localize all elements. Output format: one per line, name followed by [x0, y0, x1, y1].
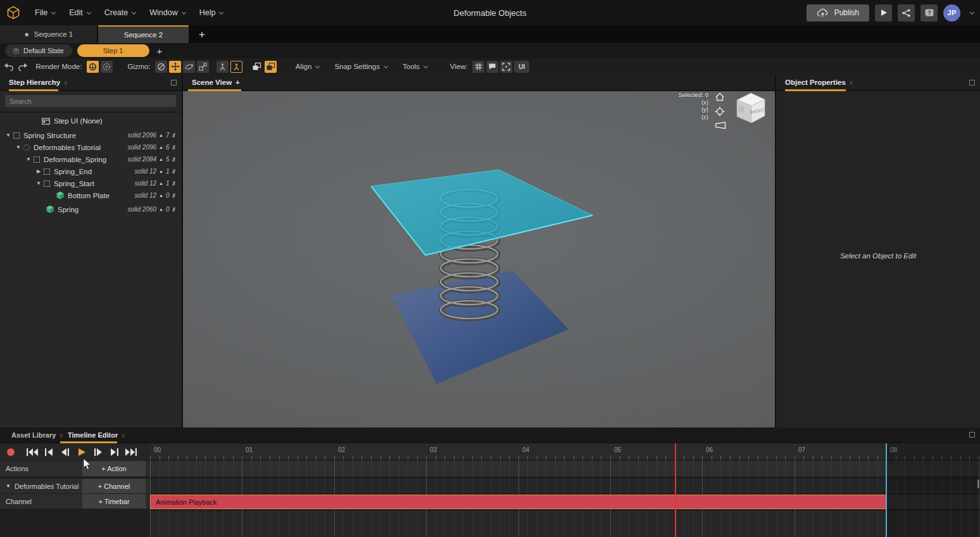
- orbit-target-icon[interactable]: [715, 106, 725, 117]
- close-icon[interactable]: x: [60, 432, 63, 439]
- menu-help[interactable]: Help: [192, 0, 230, 25]
- step-ui-root-item[interactable]: Step UI (None): [42, 115, 103, 127]
- record-button[interactable]: [3, 445, 19, 460]
- tree-row[interactable]: ▼ Deformable_Spring solid 2084▲5Ⅱ: [0, 153, 182, 165]
- align-dropdown[interactable]: Align: [296, 63, 320, 70]
- tree-row[interactable]: ▼ Spring Structure solid 2096▲7Ⅱ: [0, 129, 182, 141]
- scene-view-panel: Scene View +: [183, 75, 775, 427]
- popout-icon[interactable]: [171, 80, 177, 85]
- view-focus-button[interactable]: [500, 61, 512, 73]
- tab-object-properties[interactable]: Object Properties x: [785, 75, 853, 90]
- view-comments-button[interactable]: [486, 61, 498, 73]
- loop-marker-red[interactable]: [675, 443, 676, 537]
- popout-icon[interactable]: [969, 80, 975, 85]
- step-forward-button[interactable]: [90, 445, 106, 460]
- group-row[interactable]: ▼ Deformables Tutorial + Channel: [0, 479, 150, 493]
- solid-sphere-icon: [89, 63, 97, 71]
- popout-icon[interactable]: [969, 432, 975, 438]
- animation-playback-clip[interactable]: Animation Playback: [150, 495, 886, 509]
- home-icon[interactable]: [715, 92, 725, 101]
- pivot-local-icon: [232, 63, 241, 71]
- tab-step-hierarchy[interactable]: Step Hierarchy x: [9, 75, 67, 90]
- account-chevron-icon[interactable]: [970, 9, 974, 14]
- vertical-scrollbar[interactable]: [977, 479, 979, 488]
- tools-dropdown[interactable]: Tools: [403, 63, 427, 70]
- tab-timeline-editor[interactable]: Timeline Editor x: [68, 427, 125, 443]
- skip-to-start-button[interactable]: [24, 445, 41, 460]
- add-channel-button[interactable]: + Channel: [82, 479, 146, 493]
- redo-button[interactable]: [16, 61, 28, 73]
- ruler-label: 01: [246, 446, 253, 453]
- add-scene-view-button[interactable]: +: [236, 79, 240, 86]
- step-1-button[interactable]: Step 1: [77, 44, 149, 57]
- play-button[interactable]: [73, 445, 90, 460]
- add-timebar-button[interactable]: + Timebar: [82, 494, 146, 509]
- gizmo-rotate-button[interactable]: [183, 61, 195, 73]
- expand-arrow-icon[interactable]: ▶: [35, 168, 42, 174]
- view-cube[interactable]: RIGHT ⋯: [731, 90, 770, 127]
- next-keyframe-button[interactable]: [106, 445, 123, 460]
- previous-keyframe-button[interactable]: [41, 445, 57, 460]
- tab-asset-library[interactable]: Asset Library x: [11, 427, 63, 443]
- chevron-down-icon: [219, 9, 223, 14]
- menu-create[interactable]: Create: [97, 0, 143, 25]
- skip-to-end-button[interactable]: [123, 445, 139, 460]
- gizmo-scale-button[interactable]: [197, 61, 209, 73]
- tab-sequence-1[interactable]: ★ Sequence 1: [0, 25, 97, 43]
- 3d-viewport[interactable]: [183, 91, 775, 427]
- share-button[interactable]: [898, 4, 915, 22]
- render-mode-label: Render Mode:: [36, 63, 82, 70]
- object-properties-header: Object Properties x: [776, 75, 980, 91]
- tab-scene-view[interactable]: Scene View +: [192, 75, 240, 90]
- collapse-arrow-icon[interactable]: ▼: [6, 483, 11, 489]
- duplicate-linked-button[interactable]: [265, 61, 277, 73]
- sequence-tab-bar: ★ Sequence 1 Sequence 2 +: [0, 25, 980, 43]
- ruler-label: 00: [154, 446, 161, 453]
- tab-sequence-2[interactable]: Sequence 2: [98, 25, 189, 43]
- triangle-icon: ▲: [159, 145, 163, 149]
- gizmo-move-button[interactable]: [169, 61, 181, 73]
- step-back-button[interactable]: [57, 445, 73, 460]
- scene-view-header: Scene View +: [183, 75, 775, 91]
- avatar[interactable]: JP: [943, 4, 960, 22]
- view-grid-button[interactable]: [472, 61, 484, 73]
- expand-arrow-icon[interactable]: ▼: [15, 144, 22, 150]
- snap-settings-dropdown[interactable]: Snap Settings: [334, 63, 387, 70]
- pivot-center-button[interactable]: [217, 61, 229, 73]
- tree-row[interactable]: Bottom Plate solid 12▲0Ⅱ: [0, 189, 182, 201]
- play-preview-button[interactable]: [875, 4, 892, 22]
- timeline-ruler[interactable]: 00 01 02 03 04 05 06 07 08: [150, 443, 980, 460]
- add-sequence-button[interactable]: +: [199, 28, 205, 43]
- render-solid-button[interactable]: [87, 61, 99, 73]
- tree-row[interactable]: ▼ Deformables Tutorial solid 2096▲6Ⅱ: [0, 141, 182, 153]
- view-ui-toggle[interactable]: UI: [514, 61, 529, 73]
- render-wireframe-button[interactable]: [101, 61, 113, 73]
- close-icon[interactable]: x: [64, 79, 67, 86]
- default-state-button[interactable]: Default State: [5, 44, 72, 57]
- gizmo-none-button[interactable]: [155, 61, 167, 73]
- tree-row[interactable]: ▼ Spring_Start solid 12▲1Ⅱ: [0, 177, 182, 189]
- search-input[interactable]: [5, 95, 176, 107]
- add-step-button[interactable]: +: [157, 46, 163, 56]
- tree-row[interactable]: Spring solid 2060▲0Ⅱ: [0, 203, 182, 215]
- cube-icon: [46, 205, 54, 213]
- pivot-local-button[interactable]: [230, 61, 242, 73]
- toolbar: Render Mode: Gizmo:: [0, 58, 980, 75]
- publish-button[interactable]: Publish: [807, 4, 869, 22]
- camera-frustum-icon[interactable]: [715, 122, 726, 129]
- app-logo-icon: [6, 6, 20, 20]
- add-action-button[interactable]: + Action: [82, 461, 146, 476]
- menu-window[interactable]: Window: [142, 0, 192, 25]
- menu-edit[interactable]: Edit: [62, 0, 97, 25]
- channel-row[interactable]: Channel + Timebar: [0, 494, 150, 509]
- tree-row[interactable]: ▶ Spring_End solid 12▲1Ⅱ: [0, 165, 182, 177]
- duplicate-button[interactable]: [251, 61, 263, 73]
- help-button[interactable]: ?: [920, 4, 938, 22]
- expand-arrow-icon[interactable]: ▼: [25, 156, 32, 162]
- expand-arrow-icon[interactable]: ▼: [5, 132, 11, 138]
- close-icon[interactable]: x: [122, 432, 125, 439]
- close-icon[interactable]: x: [850, 79, 853, 86]
- undo-button[interactable]: [3, 61, 15, 73]
- expand-arrow-icon[interactable]: ▼: [35, 180, 42, 186]
- menu-file[interactable]: File: [28, 0, 62, 25]
